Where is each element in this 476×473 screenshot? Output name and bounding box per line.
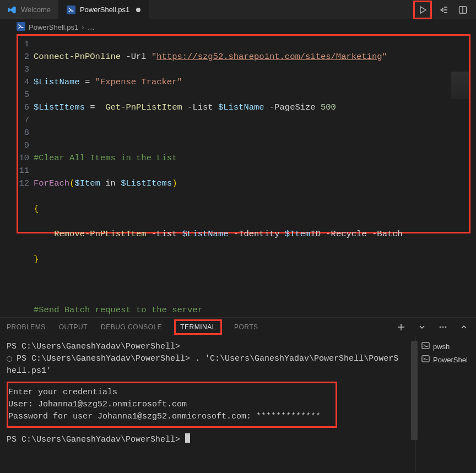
run-button-highlight [413,1,432,19]
terminal-line: PS C:\Users\GaneshYadav\PowerShell> [7,433,409,446]
tab-powershell-label: PowerShell.ps1 [80,6,129,14]
terminal[interactable]: PS C:\Users\GaneshYadav\PowerShell> PS C… [0,336,415,473]
terminal-dropdown-button[interactable] [415,320,429,334]
terminal-list-item-pwsh[interactable]: pwsh [421,340,476,353]
terminal-scrollbar[interactable] [411,341,418,440]
code-line: $ListItems = Get-PnPListItem -List $List… [34,101,469,114]
unsaved-dot-icon [136,8,140,12]
code-line: Connect-PnPOnline -Url "https://szg52.sh… [34,51,469,63]
panel-tab-problems[interactable]: PROBLEMS [6,321,47,333]
panel-tab-debug[interactable]: DEBUG CONSOLE [100,321,163,333]
tab-powershell[interactable]: PowerShell.ps1 [59,0,149,19]
breadcrumb[interactable]: PowerShell.ps1 › … [0,20,476,34]
breadcrumb-file: PowerShell.ps1 [29,23,78,31]
panel-tabs: PROBLEMS OUTPUT DEBUG CONSOLE TERMINAL P… [0,318,476,336]
terminal-icon [421,355,430,365]
panel-tab-terminal[interactable]: TERMINAL [174,319,222,335]
run-selection-button[interactable] [437,3,451,17]
terminal-line: PS C:\Users\GaneshYadav\PowerShell> . 'C… [7,353,409,365]
code-line [34,279,469,291]
code-line: ForEach($Item in $ListItems) [34,177,469,190]
code-line: { [34,203,469,215]
terminal-icon [421,341,430,351]
code-line: #Send Batch request to the server [34,304,469,317]
code-line: Remove-PnPListItem -List $ListName -Iden… [34,228,469,241]
panel-tab-output[interactable]: OUTPUT [58,321,89,333]
credentials-highlight: Enter your credentials User: Johanna1@sz… [7,382,337,428]
gutter-circle-icon [7,356,12,362]
tab-welcome-label: Welcome [21,6,51,14]
terminal-list-item-powershell[interactable]: PowerShel [421,353,476,366]
powershell-icon [67,6,75,14]
terminal-line: Enter your credentials [8,387,330,399]
code-line: #Clear All Items in the List [34,152,469,165]
code-editor-highlight: 1 2 3 4 5 6 7 8 9 10 11 12 Connect-PnPOn… [17,34,470,233]
breadcrumb-more: … [88,23,95,31]
tab-actions [413,0,476,19]
terminal-line: Password for user Johanna1@szg52.onmicro… [8,411,330,423]
cursor-icon [185,433,190,443]
svg-point-6 [445,327,447,328]
panel-more-button[interactable] [436,320,450,334]
svg-point-5 [442,327,444,328]
run-button[interactable] [416,3,429,17]
powershell-icon [17,22,25,32]
code-line: $ListName = "Expense Tracker" [34,76,469,89]
chevron-right-icon: › [82,23,84,31]
editor-tabbar: Welcome PowerShell.ps1 [0,0,476,20]
split-editor-button[interactable] [456,3,469,17]
panel-maximize-button[interactable] [457,320,470,334]
code-line [34,127,469,139]
terminal-line: User: Johanna1@szg52.onmicrosoft.com [8,399,330,411]
new-terminal-button[interactable] [394,320,408,334]
svg-point-4 [440,327,441,328]
terminal-line: hell.ps1' [7,365,409,377]
tab-welcome[interactable]: Welcome [0,0,59,19]
code-line: } [34,253,469,266]
terminal-list: pwsh PowerShel [415,336,476,473]
vscode-icon [8,6,17,14]
bottom-panel: PROBLEMS OUTPUT DEBUG CONSOLE TERMINAL P… [0,317,476,473]
panel-tab-ports[interactable]: PORTS [233,321,259,333]
terminal-line: PS C:\Users\GaneshYadav\PowerShell> [7,341,409,353]
